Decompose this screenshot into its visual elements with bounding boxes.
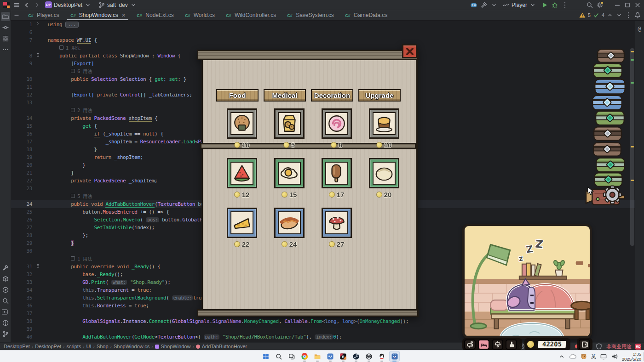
shop-item-cheese[interactable]: 22	[218, 208, 265, 257]
qq[interactable]	[376, 351, 387, 362]
branch-widget[interactable]: salt_dev	[96, 1, 139, 9]
shop-close-button[interactable]	[402, 44, 417, 58]
tool-find-icon[interactable]	[1, 296, 10, 305]
editor-tab-savesystem-cs[interactable]: C#SaveSystem.cs	[281, 10, 339, 20]
lamp-button[interactable]	[492, 339, 503, 350]
taskbar-clock[interactable]: 1:35 2025/5/20	[622, 351, 641, 362]
treasure-chest-green-emerald[interactable]	[596, 157, 625, 173]
code-line-1[interactable]: 1using ...	[11, 21, 635, 28]
shield-icon[interactable]	[595, 343, 603, 350]
tool-project-icon[interactable]	[1, 12, 10, 21]
build-icon[interactable]	[480, 1, 488, 9]
treasure-chest-blue-diamond[interactable]	[594, 78, 626, 95]
treasure-chest-brown-silver[interactable]	[593, 126, 622, 141]
chrome[interactable]	[299, 351, 310, 362]
start-button[interactable]	[260, 351, 271, 362]
breadcrumb-scripts[interactable]: scripts	[66, 344, 81, 349]
ime-indicator[interactable]: 英	[591, 353, 596, 360]
tool-dependencies-icon[interactable]	[1, 274, 10, 283]
tool-build-icon[interactable]	[1, 263, 10, 272]
prev-problem-icon[interactable]	[606, 11, 614, 19]
shop-tab-decoration[interactable]: Decoration	[311, 89, 353, 102]
editor-tab-shopwindow-cs[interactable]: C#ShopWindow.cs✕	[64, 10, 131, 20]
breadcrumb-shopwindow[interactable]: ShopWindow	[155, 344, 191, 349]
maximize-button[interactable]	[624, 1, 631, 9]
tool-commit-icon[interactable]	[1, 23, 10, 32]
editor-tab-nodeext-cs[interactable]: C#NodeExt.cs	[131, 10, 178, 20]
search-everywhere-icon[interactable]	[586, 1, 593, 9]
shop-item-watermelon[interactable]: 12	[218, 158, 265, 208]
main-menu-icon[interactable]	[13, 1, 20, 9]
shop-item-pudding[interactable]: 10	[360, 108, 408, 158]
inspections-widget[interactable]: 5 4	[579, 10, 644, 20]
file-explorer[interactable]	[312, 351, 322, 362]
tray-expand-icon[interactable]	[558, 353, 565, 360]
shop-item-popsicle[interactable]: 17	[313, 158, 360, 208]
breadcrumb-desktoppet[interactable]: DesktopPet	[35, 344, 61, 349]
shop-item-fish-cake[interactable]: 8	[313, 108, 360, 158]
shop-tab-upgrade[interactable]: Upgrade	[358, 89, 401, 102]
minimize-button[interactable]	[614, 1, 621, 9]
forward-icon[interactable]	[33, 1, 40, 9]
close-tab-icon[interactable]: ✕	[121, 12, 126, 18]
settings-gear-icon[interactable]	[596, 1, 604, 9]
run-config-widget[interactable]: Player	[500, 1, 538, 9]
door-exit-button[interactable]	[579, 339, 590, 350]
treasure-chest-brown-silver[interactable]	[597, 48, 625, 63]
tool-version-control-icon[interactable]	[1, 329, 10, 339]
ai-assistant-icon[interactable]: @	[635, 24, 644, 34]
editor-tab-player-cs[interactable]: C#Player.cs	[22, 10, 64, 20]
obs[interactable]	[363, 351, 374, 362]
treasure-chest-green-emerald[interactable]	[592, 63, 623, 78]
desktop-pet-app[interactable]	[389, 351, 400, 362]
shop-item-egg-bun[interactable]: 15	[265, 158, 313, 208]
code-line-7[interactable]: 7namespace WF.UI {	[11, 36, 635, 44]
shop-tab-medical[interactable]: Medical	[264, 89, 306, 102]
display-tray-icon[interactable]	[600, 353, 607, 360]
godot-engine-icon[interactable]	[470, 1, 477, 9]
interact-button[interactable]	[506, 339, 517, 350]
editor-tab-wildcontroller-cs[interactable]: C#WildController.cs	[220, 10, 281, 20]
treasure-chest-brown-silver[interactable]	[593, 141, 621, 157]
code-line-6[interactable]: 6	[11, 28, 635, 36]
shop-item-onigiri[interactable]: 10	[218, 108, 265, 158]
treasure-chest-blue-diamond[interactable]	[592, 95, 622, 111]
project-widget[interactable]: DP DesktopPet	[43, 1, 93, 9]
fold-arrow-icon[interactable]	[32, 21, 48, 28]
more-actions-icon[interactable]	[561, 1, 569, 9]
license-label[interactable]: 非商业用途	[606, 343, 632, 350]
tool-profiler-icon[interactable]	[1, 285, 10, 294]
breadcrumb-shopwindow-cs[interactable]: ShopWindow.cs	[114, 344, 150, 349]
tool-terminal-icon[interactable]	[1, 307, 10, 317]
shop-item-cookie-bag[interactable]: 5	[265, 108, 313, 158]
back-icon[interactable]	[23, 1, 30, 9]
breadcrumb-shop[interactable]: Shop	[97, 344, 109, 349]
tool-structure-icon[interactable]	[1, 34, 10, 43]
run-button[interactable]	[541, 1, 548, 9]
override-marker-icon[interactable]	[32, 52, 48, 60]
shop-item-hot-dog[interactable]: 24	[265, 208, 313, 257]
treasure-chest-green-emerald[interactable]	[595, 110, 625, 126]
editor-tab-gamedata-cs[interactable]: C#GameData.cs	[339, 10, 392, 20]
shop-tab-food[interactable]: Food	[216, 89, 259, 102]
onedrive-icon[interactable]	[569, 353, 576, 360]
volume-icon[interactable]	[611, 353, 618, 360]
chevron-down-icon[interactable]	[490, 1, 498, 9]
shop-item-steamed-bun[interactable]: 20	[360, 158, 408, 208]
debug-button[interactable]	[551, 1, 558, 9]
notifications-bell-icon[interactable]	[634, 11, 641, 19]
sleep-button[interactable]	[478, 339, 489, 350]
rider[interactable]: R	[338, 351, 348, 362]
mailbox-button[interactable]	[464, 339, 476, 350]
pet-tray-icon[interactable]	[580, 353, 587, 360]
tool-more-tools-icon[interactable]	[1, 45, 10, 54]
editor-tab-world-cs[interactable]: C#World.cs	[179, 10, 220, 20]
override-marker-icon[interactable]	[32, 263, 48, 271]
godot[interactable]	[325, 351, 335, 362]
taskbar-search[interactable]	[273, 351, 284, 362]
breadcrumb-ui[interactable]: UI	[86, 344, 92, 349]
close-window-button[interactable]	[634, 1, 641, 9]
tool-problems-icon[interactable]	[1, 318, 10, 328]
task-view[interactable]	[286, 351, 297, 362]
steam[interactable]	[351, 351, 361, 362]
